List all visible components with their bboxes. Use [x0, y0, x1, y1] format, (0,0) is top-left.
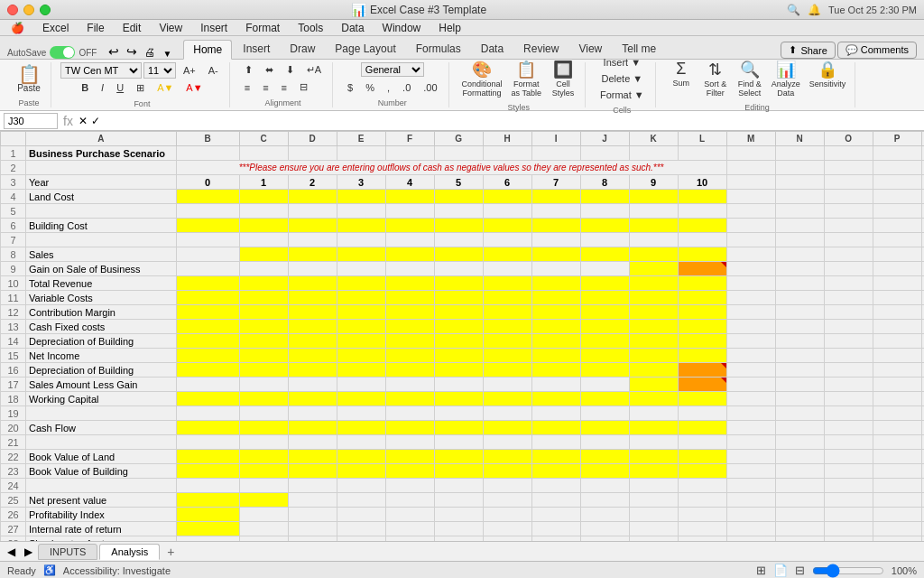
- cell-c3[interactable]: 1: [239, 175, 288, 190]
- cell-d23[interactable]: [288, 464, 337, 479]
- cell-m17[interactable]: [726, 378, 775, 392]
- cell-i26[interactable]: [531, 508, 580, 522]
- cell-c22[interactable]: [239, 450, 288, 464]
- cell-i23[interactable]: [531, 464, 580, 479]
- cell-o13[interactable]: [824, 320, 873, 334]
- cell-p19[interactable]: [873, 406, 921, 421]
- cell-b7[interactable]: [176, 233, 239, 247]
- cell-h8[interactable]: [483, 247, 531, 262]
- cell-f10[interactable]: [385, 276, 434, 291]
- cell-a8[interactable]: Sales: [26, 247, 177, 262]
- number-format-select[interactable]: General Number Currency Accounting Date …: [361, 62, 424, 77]
- col-header-f[interactable]: F: [385, 132, 434, 146]
- cell-l19[interactable]: [678, 406, 726, 421]
- cell-f19[interactable]: [385, 406, 434, 421]
- menu-apple[interactable]: 🍎: [7, 21, 28, 35]
- cell-a9[interactable]: Gain on Sale of Business: [26, 262, 177, 276]
- cell-b25[interactable]: [176, 493, 239, 508]
- cell-i19[interactable]: [531, 406, 580, 421]
- cell-m14[interactable]: [726, 334, 775, 349]
- cell-h27[interactable]: [483, 522, 531, 536]
- cell-d7[interactable]: [288, 233, 337, 247]
- tab-draw[interactable]: Draw: [281, 40, 324, 59]
- cell-j11[interactable]: [580, 291, 629, 305]
- cell-b20[interactable]: [176, 421, 239, 435]
- cell-l10[interactable]: [678, 276, 726, 291]
- cell-p5[interactable]: [873, 204, 921, 219]
- cell-c10[interactable]: [239, 276, 288, 291]
- next-sheet-icon[interactable]: ▶: [21, 545, 36, 558]
- cell-h15[interactable]: [483, 349, 531, 363]
- cell-a6[interactable]: Building Cost: [26, 219, 177, 233]
- cell-b18[interactable]: [176, 392, 239, 406]
- cell-i21[interactable]: [531, 435, 580, 450]
- cell-g26[interactable]: [434, 508, 483, 522]
- cell-e21[interactable]: [337, 435, 385, 450]
- cell-g20[interactable]: [434, 421, 483, 435]
- cell-h20[interactable]: [483, 421, 531, 435]
- cell-o8[interactable]: [824, 247, 873, 262]
- cell-n23[interactable]: [775, 464, 824, 479]
- font-name-select[interactable]: TW Cen MT: [60, 62, 142, 79]
- col-header-j[interactable]: J: [580, 132, 629, 146]
- cell-n15[interactable]: [775, 349, 824, 363]
- cell-d22[interactable]: [288, 450, 337, 464]
- cell-i13[interactable]: [531, 320, 580, 334]
- col-header-d[interactable]: D: [288, 132, 337, 146]
- cell-c23[interactable]: [239, 464, 288, 479]
- cell-g8[interactable]: [434, 247, 483, 262]
- cell-n14[interactable]: [775, 334, 824, 349]
- cell-h24[interactable]: [483, 479, 531, 493]
- cell-d12[interactable]: [288, 305, 337, 320]
- cell-l26[interactable]: [678, 508, 726, 522]
- cell-m18[interactable]: [726, 392, 775, 406]
- cell-f9[interactable]: [385, 262, 434, 276]
- cell-h17[interactable]: [483, 378, 531, 392]
- cell-n13[interactable]: [775, 320, 824, 334]
- cell-m11[interactable]: [726, 291, 775, 305]
- cell-f12[interactable]: [385, 305, 434, 320]
- cell-e14[interactable]: [337, 334, 385, 349]
- cell-h7[interactable]: [483, 233, 531, 247]
- cell-p3[interactable]: [873, 175, 921, 190]
- cell-e11[interactable]: [337, 291, 385, 305]
- cell-c13[interactable]: [239, 320, 288, 334]
- cell-d26[interactable]: [288, 508, 337, 522]
- cell-j10[interactable]: [580, 276, 629, 291]
- col-header-i[interactable]: I: [531, 132, 580, 146]
- cell-n25[interactable]: [775, 493, 824, 508]
- cell-i9[interactable]: [531, 262, 580, 276]
- cell-o9[interactable]: [824, 262, 873, 276]
- cell-g6[interactable]: [434, 219, 483, 233]
- cell-k10[interactable]: [629, 276, 678, 291]
- cell-k1[interactable]: [629, 146, 678, 161]
- cell-h26[interactable]: [483, 508, 531, 522]
- cell-b4[interactable]: [176, 190, 239, 204]
- cell-c6[interactable]: [239, 219, 288, 233]
- layout-page-icon[interactable]: 📄: [773, 564, 788, 577]
- cell-b14[interactable]: [176, 334, 239, 349]
- maximize-button[interactable]: [40, 5, 51, 15]
- cell-f21[interactable]: [385, 435, 434, 450]
- cell-f22[interactable]: [385, 450, 434, 464]
- cell-p21[interactable]: [873, 435, 921, 450]
- close-button[interactable]: [7, 5, 18, 15]
- cell-p13[interactable]: [873, 320, 921, 334]
- align-left-button[interactable]: ≡: [239, 79, 255, 95]
- cell-reference-input[interactable]: [4, 113, 58, 129]
- cell-a1[interactable]: Business Purchase Scenario: [26, 146, 177, 161]
- cell-c15[interactable]: [239, 349, 288, 363]
- cell-f24[interactable]: [385, 479, 434, 493]
- sensitivity-button[interactable]: 🔒 Sensitivity: [806, 58, 850, 99]
- cell-a26[interactable]: Profitability Index: [26, 508, 177, 522]
- cell-l11[interactable]: [678, 291, 726, 305]
- accessibility-label[interactable]: Accessibility: Investigate: [63, 565, 171, 576]
- cell-i25[interactable]: [531, 493, 580, 508]
- cell-o27[interactable]: [824, 522, 873, 536]
- cell-f13[interactable]: [385, 320, 434, 334]
- cell-p8[interactable]: [873, 247, 921, 262]
- cell-d4[interactable]: [288, 190, 337, 204]
- add-sheet-button[interactable]: +: [162, 543, 180, 561]
- layout-normal-icon[interactable]: ⊞: [756, 564, 766, 577]
- cell-i4[interactable]: [531, 190, 580, 204]
